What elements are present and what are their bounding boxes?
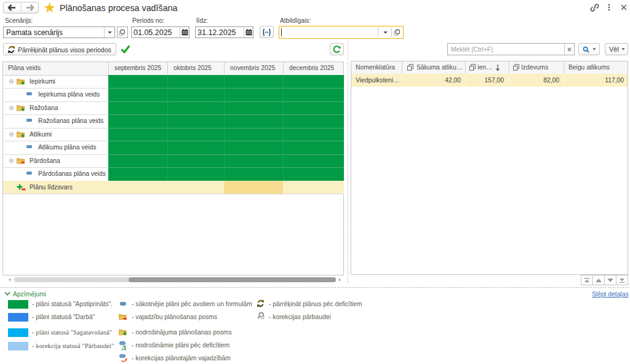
svg-text:Д: Д — [122, 344, 127, 351]
